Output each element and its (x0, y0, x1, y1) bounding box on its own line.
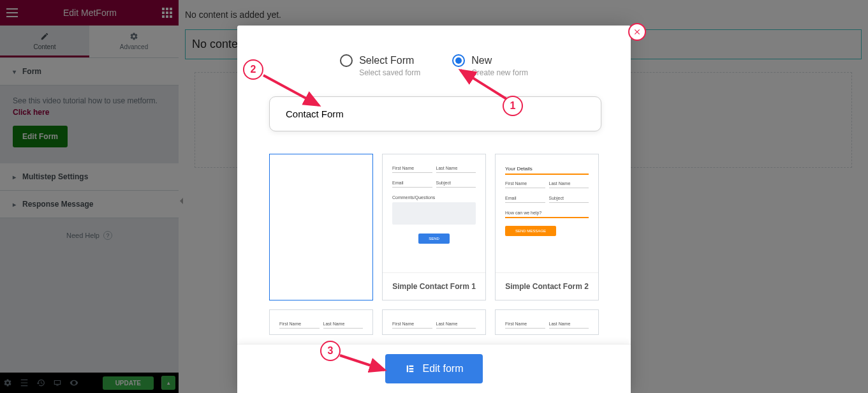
annotation-1: 1 (503, 96, 523, 116)
template-grid: First NameLast Name EmailSubject Comment… (269, 154, 599, 300)
template-item[interactable]: First NameLast Name (382, 309, 486, 335)
radio-icon (340, 54, 353, 67)
template-preview (270, 154, 372, 300)
modal-footer: Edit form (237, 344, 631, 393)
annotation-2: 2 (243, 59, 263, 80)
annotation-arrow-2 (258, 70, 325, 115)
svg-line-1 (263, 75, 319, 105)
edit-form-action-button[interactable]: Edit form (385, 354, 482, 383)
close-button[interactable] (628, 23, 646, 41)
annotation-arrow-1 (454, 64, 511, 102)
template-simple-contact-1[interactable]: First NameLast Name EmailSubject Comment… (382, 154, 486, 300)
template-preview: Your Details First NameLast Name EmailSu… (496, 154, 598, 272)
svg-line-2 (340, 355, 385, 370)
close-icon (633, 27, 642, 36)
annotation-arrow-3 (337, 352, 391, 378)
radio-select-form[interactable]: Select Form Select saved form (340, 54, 420, 77)
elementor-icon (404, 363, 416, 374)
template-grid-row-2: First NameLast Name First NameLast Name … (269, 309, 599, 335)
template-blank[interactable] (269, 154, 373, 300)
template-item[interactable]: First NameLast Name (495, 309, 599, 335)
template-simple-contact-2[interactable]: Your Details First NameLast Name EmailSu… (495, 154, 599, 300)
annotation-3: 3 (320, 341, 341, 361)
template-item[interactable]: First NameLast Name (269, 309, 373, 335)
svg-line-0 (460, 70, 506, 99)
template-preview: First NameLast Name EmailSubject Comment… (383, 154, 485, 272)
